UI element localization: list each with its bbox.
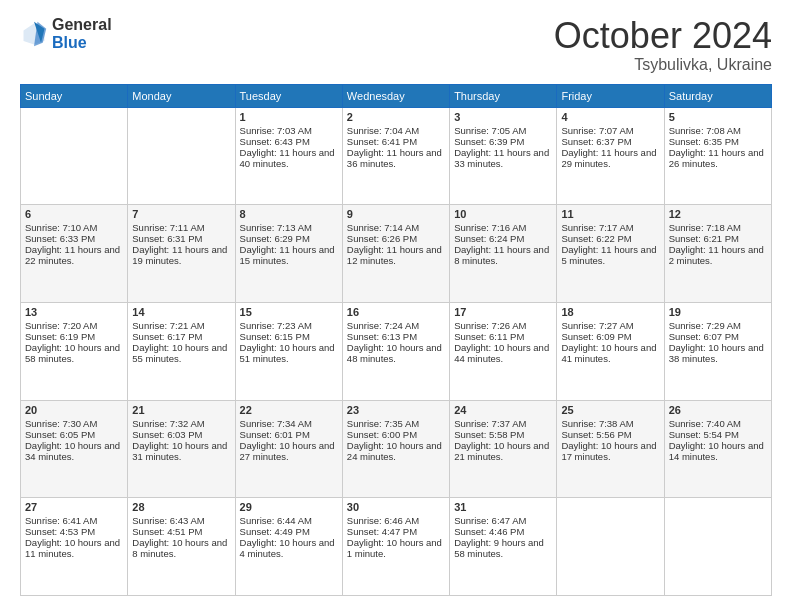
logo-text: General Blue [52, 16, 112, 51]
calendar-week-row: 1Sunrise: 7:03 AMSunset: 6:43 PMDaylight… [21, 107, 772, 205]
sunrise-text: Sunrise: 7:18 AM [669, 222, 741, 233]
col-sunday: Sunday [21, 84, 128, 107]
day-number: 20 [25, 404, 123, 416]
day-number: 13 [25, 306, 123, 318]
day-number: 27 [25, 501, 123, 513]
daylight-text: Daylight: 10 hours and 58 minutes. [25, 342, 120, 364]
table-row [128, 107, 235, 205]
day-number: 26 [669, 404, 767, 416]
sunrise-text: Sunrise: 7:04 AM [347, 125, 419, 136]
daylight-text: Daylight: 10 hours and 41 minutes. [561, 342, 656, 364]
sunrise-text: Sunrise: 7:13 AM [240, 222, 312, 233]
daylight-text: Daylight: 10 hours and 27 minutes. [240, 440, 335, 462]
sunset-text: Sunset: 6:39 PM [454, 136, 524, 147]
sunrise-text: Sunrise: 7:23 AM [240, 320, 312, 331]
table-row: 3Sunrise: 7:05 AMSunset: 6:39 PMDaylight… [450, 107, 557, 205]
table-row: 22Sunrise: 7:34 AMSunset: 6:01 PMDayligh… [235, 400, 342, 498]
table-row: 15Sunrise: 7:23 AMSunset: 6:15 PMDayligh… [235, 302, 342, 400]
calendar-week-row: 27Sunrise: 6:41 AMSunset: 4:53 PMDayligh… [21, 498, 772, 596]
table-row: 18Sunrise: 7:27 AMSunset: 6:09 PMDayligh… [557, 302, 664, 400]
sunset-text: Sunset: 6:09 PM [561, 331, 631, 342]
day-number: 31 [454, 501, 552, 513]
day-number: 15 [240, 306, 338, 318]
day-number: 21 [132, 404, 230, 416]
daylight-text: Daylight: 11 hours and 5 minutes. [561, 244, 656, 266]
daylight-text: Daylight: 11 hours and 8 minutes. [454, 244, 549, 266]
table-row: 8Sunrise: 7:13 AMSunset: 6:29 PMDaylight… [235, 205, 342, 303]
sunrise-text: Sunrise: 7:08 AM [669, 125, 741, 136]
sunset-text: Sunset: 5:58 PM [454, 429, 524, 440]
daylight-text: Daylight: 10 hours and 8 minutes. [132, 537, 227, 559]
day-number: 22 [240, 404, 338, 416]
table-row: 4Sunrise: 7:07 AMSunset: 6:37 PMDaylight… [557, 107, 664, 205]
daylight-text: Daylight: 11 hours and 15 minutes. [240, 244, 335, 266]
day-number: 7 [132, 208, 230, 220]
daylight-text: Daylight: 10 hours and 38 minutes. [669, 342, 764, 364]
table-row [664, 498, 771, 596]
day-number: 19 [669, 306, 767, 318]
sunset-text: Sunset: 6:22 PM [561, 233, 631, 244]
daylight-text: Daylight: 11 hours and 26 minutes. [669, 147, 764, 169]
sunrise-text: Sunrise: 7:21 AM [132, 320, 204, 331]
table-row: 26Sunrise: 7:40 AMSunset: 5:54 PMDayligh… [664, 400, 771, 498]
sunrise-text: Sunrise: 7:17 AM [561, 222, 633, 233]
sunset-text: Sunset: 5:54 PM [669, 429, 739, 440]
sunrise-text: Sunrise: 7:37 AM [454, 418, 526, 429]
calendar-week-row: 6Sunrise: 7:10 AMSunset: 6:33 PMDaylight… [21, 205, 772, 303]
daylight-text: Daylight: 10 hours and 34 minutes. [25, 440, 120, 462]
day-number: 6 [25, 208, 123, 220]
month-title: October 2024 [554, 16, 772, 56]
daylight-text: Daylight: 11 hours and 12 minutes. [347, 244, 442, 266]
sunrise-text: Sunrise: 7:29 AM [669, 320, 741, 331]
sunrise-text: Sunrise: 6:46 AM [347, 515, 419, 526]
sunset-text: Sunset: 6:37 PM [561, 136, 631, 147]
col-wednesday: Wednesday [342, 84, 449, 107]
sunrise-text: Sunrise: 7:03 AM [240, 125, 312, 136]
sunrise-text: Sunrise: 7:07 AM [561, 125, 633, 136]
daylight-text: Daylight: 11 hours and 2 minutes. [669, 244, 764, 266]
table-row [557, 498, 664, 596]
table-row: 17Sunrise: 7:26 AMSunset: 6:11 PMDayligh… [450, 302, 557, 400]
day-number: 8 [240, 208, 338, 220]
sunset-text: Sunset: 6:33 PM [25, 233, 95, 244]
sunset-text: Sunset: 4:49 PM [240, 526, 310, 537]
sunrise-text: Sunrise: 7:16 AM [454, 222, 526, 233]
daylight-text: Daylight: 11 hours and 29 minutes. [561, 147, 656, 169]
day-number: 24 [454, 404, 552, 416]
daylight-text: Daylight: 11 hours and 33 minutes. [454, 147, 549, 169]
sunset-text: Sunset: 4:51 PM [132, 526, 202, 537]
sunrise-text: Sunrise: 7:10 AM [25, 222, 97, 233]
sunrise-text: Sunrise: 7:20 AM [25, 320, 97, 331]
table-row: 31Sunrise: 6:47 AMSunset: 4:46 PMDayligh… [450, 498, 557, 596]
table-row: 12Sunrise: 7:18 AMSunset: 6:21 PMDayligh… [664, 205, 771, 303]
daylight-text: Daylight: 10 hours and 31 minutes. [132, 440, 227, 462]
day-number: 2 [347, 111, 445, 123]
table-row: 2Sunrise: 7:04 AMSunset: 6:41 PMDaylight… [342, 107, 449, 205]
day-number: 14 [132, 306, 230, 318]
table-row: 1Sunrise: 7:03 AMSunset: 6:43 PMDaylight… [235, 107, 342, 205]
calendar-week-row: 20Sunrise: 7:30 AMSunset: 6:05 PMDayligh… [21, 400, 772, 498]
calendar-header-row: Sunday Monday Tuesday Wednesday Thursday… [21, 84, 772, 107]
day-number: 5 [669, 111, 767, 123]
table-row: 6Sunrise: 7:10 AMSunset: 6:33 PMDaylight… [21, 205, 128, 303]
day-number: 23 [347, 404, 445, 416]
sunrise-text: Sunrise: 6:41 AM [25, 515, 97, 526]
calendar-table: Sunday Monday Tuesday Wednesday Thursday… [20, 84, 772, 596]
logo-general: General [52, 16, 112, 34]
daylight-text: Daylight: 10 hours and 48 minutes. [347, 342, 442, 364]
day-number: 18 [561, 306, 659, 318]
daylight-text: Daylight: 11 hours and 40 minutes. [240, 147, 335, 169]
title-block: October 2024 Tsybulivka, Ukraine [554, 16, 772, 74]
daylight-text: Daylight: 10 hours and 4 minutes. [240, 537, 335, 559]
col-friday: Friday [557, 84, 664, 107]
sunrise-text: Sunrise: 7:40 AM [669, 418, 741, 429]
sunset-text: Sunset: 4:46 PM [454, 526, 524, 537]
table-row: 25Sunrise: 7:38 AMSunset: 5:56 PMDayligh… [557, 400, 664, 498]
table-row: 14Sunrise: 7:21 AMSunset: 6:17 PMDayligh… [128, 302, 235, 400]
table-row: 28Sunrise: 6:43 AMSunset: 4:51 PMDayligh… [128, 498, 235, 596]
sunrise-text: Sunrise: 7:24 AM [347, 320, 419, 331]
day-number: 1 [240, 111, 338, 123]
sunset-text: Sunset: 6:03 PM [132, 429, 202, 440]
table-row: 13Sunrise: 7:20 AMSunset: 6:19 PMDayligh… [21, 302, 128, 400]
sunrise-text: Sunrise: 7:26 AM [454, 320, 526, 331]
